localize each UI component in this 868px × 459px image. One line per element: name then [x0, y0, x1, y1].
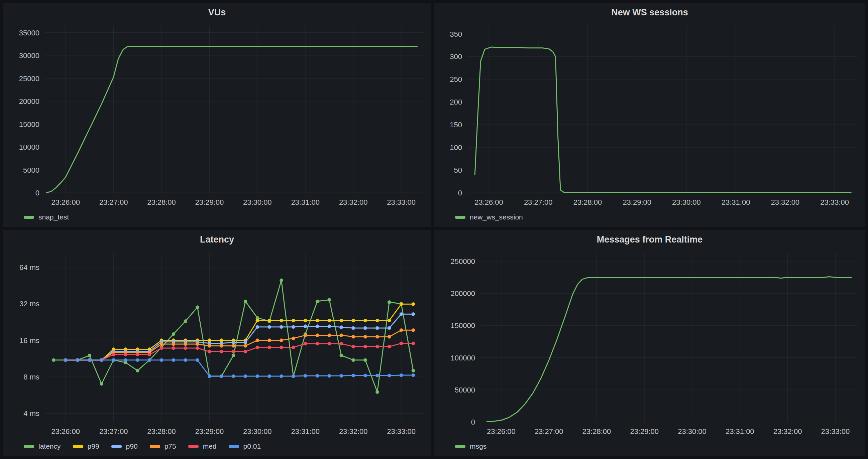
svg-text:50: 50	[454, 166, 462, 174]
series-swatch	[24, 216, 34, 219]
svg-text:23:30:00: 23:30:00	[243, 427, 272, 436]
svg-text:23:32:00: 23:32:00	[339, 198, 368, 206]
svg-text:150000: 150000	[451, 321, 475, 330]
svg-text:23:33:00: 23:33:00	[387, 198, 415, 206]
panel-vus: VUs 23:26:0023:27:0023:28:0023:29:0023:3…	[3, 3, 431, 227]
svg-text:23:31:00: 23:31:00	[291, 427, 320, 436]
svg-text:0: 0	[458, 189, 462, 197]
svg-text:23:28:00: 23:28:00	[574, 198, 602, 206]
svg-text:50000: 50000	[455, 386, 475, 394]
legend-label: p75	[164, 442, 176, 450]
panel-title-messages-from-realtime[interactable]: Messages from Realtime	[438, 232, 862, 247]
svg-text:23:27:00: 23:27:00	[99, 198, 128, 206]
panel-new-ws-sessions: New WS sessions 23:26:0023:27:0023:28:00…	[434, 3, 865, 227]
svg-text:23:32:00: 23:32:00	[773, 427, 802, 436]
series-swatch	[229, 445, 239, 448]
svg-text:30000: 30000	[19, 52, 39, 60]
series-swatch	[150, 445, 160, 448]
legend-new-ws-sessions: new_ws_session	[438, 210, 862, 224]
svg-text:23:33:00: 23:33:00	[821, 427, 850, 436]
svg-text:250000: 250000	[451, 257, 475, 266]
svg-text:23:32:00: 23:32:00	[339, 427, 368, 436]
svg-text:23:30:00: 23:30:00	[243, 198, 272, 206]
legend-label: p0.01	[243, 442, 261, 450]
svg-text:23:26:00: 23:26:00	[487, 427, 516, 436]
series-swatch	[455, 445, 465, 448]
legend-label: p90	[126, 442, 138, 450]
svg-text:4 ms: 4 ms	[23, 409, 39, 418]
legend-label: p99	[88, 442, 99, 450]
chart-vus[interactable]: 23:26:0023:27:0023:28:0023:29:0023:30:00…	[6, 20, 428, 210]
svg-text:300: 300	[450, 53, 462, 61]
legend-label: msgs	[470, 442, 487, 450]
svg-text:23:28:00: 23:28:00	[147, 198, 176, 206]
legend-item-new-ws-session[interactable]: new_ws_session	[455, 213, 523, 221]
legend-label: snap_test	[38, 213, 69, 221]
panel-title-new-ws-sessions[interactable]: New WS sessions	[438, 5, 862, 20]
svg-text:0: 0	[471, 418, 475, 426]
svg-text:23:29:00: 23:29:00	[195, 427, 224, 436]
svg-text:23:31:00: 23:31:00	[291, 198, 320, 206]
legend-messages-from-realtime: msgs	[438, 439, 862, 453]
legend-label: new_ws_session	[470, 213, 523, 221]
legend-label: latency	[38, 442, 61, 450]
svg-text:150: 150	[450, 121, 462, 129]
legend-item-p90[interactable]: p90	[111, 442, 138, 450]
svg-text:23:30:00: 23:30:00	[678, 427, 707, 436]
svg-text:23:26:00: 23:26:00	[474, 198, 503, 206]
svg-text:8 ms: 8 ms	[23, 373, 39, 381]
svg-text:35000: 35000	[19, 29, 39, 37]
svg-text:200: 200	[450, 98, 462, 106]
svg-text:15000: 15000	[19, 120, 39, 129]
legend-vus: snap_test	[6, 210, 428, 224]
svg-text:64 ms: 64 ms	[20, 263, 39, 271]
series-swatch	[455, 216, 465, 219]
svg-text:23:31:00: 23:31:00	[725, 427, 754, 436]
svg-text:23:33:00: 23:33:00	[387, 427, 415, 436]
svg-text:350: 350	[450, 30, 462, 38]
panel-title-vus[interactable]: VUs	[6, 5, 428, 20]
svg-text:23:29:00: 23:29:00	[195, 198, 224, 206]
svg-text:250: 250	[450, 75, 462, 84]
svg-text:23:27:00: 23:27:00	[535, 427, 563, 436]
svg-text:23:30:00: 23:30:00	[672, 198, 701, 206]
svg-text:32 ms: 32 ms	[20, 300, 39, 308]
chart-latency[interactable]: 23:26:0023:27:0023:28:0023:29:0023:30:00…	[6, 247, 428, 439]
legend-latency: latency p99 p90 p75 med p0.01	[6, 439, 428, 453]
legend-item-p001[interactable]: p0.01	[229, 442, 261, 450]
legend-item-med[interactable]: med	[188, 442, 217, 450]
svg-text:23:28:00: 23:28:00	[147, 427, 176, 436]
legend-item-latency[interactable]: latency	[24, 442, 61, 450]
series-swatch	[24, 445, 34, 448]
svg-text:100: 100	[450, 143, 462, 152]
svg-text:25000: 25000	[19, 74, 39, 83]
svg-text:23:32:00: 23:32:00	[771, 198, 800, 206]
panel-title-latency[interactable]: Latency	[6, 232, 428, 247]
panel-latency: Latency 23:26:0023:27:0023:28:0023:29:00…	[3, 230, 431, 456]
svg-text:23:33:00: 23:33:00	[820, 198, 849, 206]
chart-canvas-latency[interactable]: 23:26:0023:27:0023:28:0023:29:0023:30:00…	[6, 247, 428, 439]
legend-label: med	[203, 442, 217, 450]
series-swatch	[188, 445, 198, 448]
legend-item-p99[interactable]: p99	[73, 442, 99, 450]
svg-text:20000: 20000	[19, 97, 39, 105]
svg-text:16 ms: 16 ms	[20, 336, 39, 345]
chart-messages-from-realtime[interactable]: 23:26:0023:27:0023:28:0023:29:0023:30:00…	[438, 247, 862, 439]
series-swatch	[111, 445, 122, 448]
legend-item-p75[interactable]: p75	[150, 442, 176, 450]
svg-text:23:31:00: 23:31:00	[721, 198, 750, 206]
legend-item-msgs[interactable]: msgs	[455, 442, 487, 450]
chart-canvas-msgs[interactable]: 23:26:0023:27:0023:28:0023:29:0023:30:00…	[438, 247, 862, 439]
svg-text:23:29:00: 23:29:00	[630, 427, 659, 436]
svg-text:5000: 5000	[23, 166, 39, 174]
chart-new-ws-sessions[interactable]: 23:26:0023:27:0023:28:0023:29:0023:30:00…	[438, 20, 862, 210]
svg-text:23:27:00: 23:27:00	[524, 198, 553, 206]
svg-text:23:29:00: 23:29:00	[623, 198, 651, 206]
svg-text:100000: 100000	[451, 354, 475, 362]
chart-canvas-vus[interactable]: 23:26:0023:27:0023:28:0023:29:0023:30:00…	[6, 20, 428, 210]
svg-text:23:27:00: 23:27:00	[99, 427, 128, 436]
chart-canvas-sessions[interactable]: 23:26:0023:27:0023:28:0023:29:0023:30:00…	[438, 20, 862, 210]
svg-text:23:26:00: 23:26:00	[51, 427, 80, 436]
panel-messages-from-realtime: Messages from Realtime 23:26:0023:27:002…	[434, 230, 865, 456]
legend-item-snap-test[interactable]: snap_test	[24, 213, 69, 221]
